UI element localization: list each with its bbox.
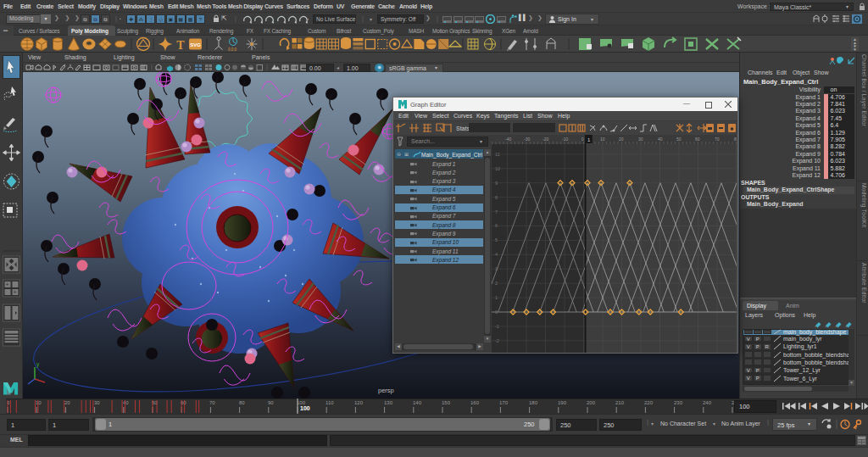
svg-text:10: 10	[600, 137, 605, 142]
svg-text:140: 140	[413, 400, 422, 405]
svg-text:90: 90	[268, 400, 274, 405]
svg-text:60: 60	[695, 137, 700, 142]
svg-text:240: 240	[703, 400, 712, 405]
svg-text:70: 70	[715, 137, 720, 142]
svg-text:50: 50	[676, 137, 682, 142]
svg-text:10: 10	[36, 400, 42, 405]
svg-text:40: 40	[123, 400, 129, 405]
svg-text:200: 200	[587, 400, 596, 405]
svg-text:T: T	[176, 39, 185, 52]
svg-text:130: 130	[384, 400, 393, 405]
svg-text:190: 190	[558, 400, 567, 405]
svg-text:-20: -20	[542, 137, 548, 142]
svg-text:30: 30	[94, 400, 100, 405]
svg-text:0: 0	[581, 137, 584, 142]
svg-text:Stats: Stats	[456, 125, 470, 131]
svg-text:160: 160	[470, 400, 480, 405]
svg-text:20: 20	[64, 400, 70, 405]
svg-text:-10: -10	[562, 137, 568, 142]
svg-text:80: 80	[239, 400, 245, 405]
svg-text:110: 110	[326, 400, 334, 405]
svg-text:-30: -30	[524, 137, 530, 142]
svg-text:220: 220	[644, 400, 654, 405]
svg-text:+: +	[14, 289, 17, 295]
svg-text:230: 230	[674, 400, 683, 405]
svg-text:20: 20	[619, 137, 624, 142]
svg-text:150: 150	[442, 400, 451, 405]
svg-text:-40: -40	[505, 137, 511, 142]
svg-text:SVG: SVG	[190, 42, 201, 47]
svg-text:persp: persp	[378, 387, 394, 394]
svg-text:0,0,0: 0,0,0	[228, 47, 237, 52]
svg-text:100: 100	[300, 405, 310, 411]
svg-text:180: 180	[529, 400, 538, 405]
svg-text:120: 120	[354, 400, 364, 405]
svg-text:170: 170	[499, 400, 509, 405]
svg-text:210: 210	[615, 400, 625, 405]
svg-text:70: 70	[209, 400, 215, 405]
svg-text:30: 30	[638, 137, 643, 142]
svg-text:40: 40	[658, 137, 663, 142]
svg-text:+: +	[6, 281, 9, 287]
svg-text:80: 80	[734, 137, 737, 142]
